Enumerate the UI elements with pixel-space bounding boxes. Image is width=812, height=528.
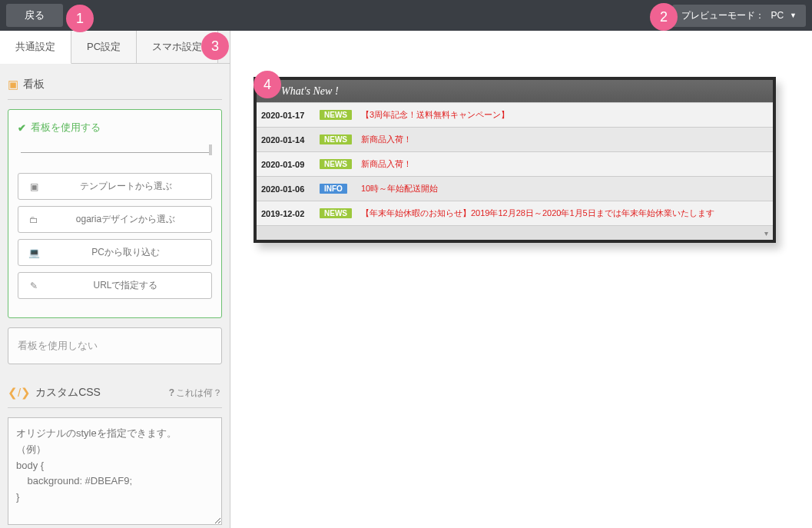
customcss-help[interactable]: ? これは何？ xyxy=(169,387,222,400)
news-row[interactable]: 2020-01-17NEWS【3周年記念！送料無料キャンペーン】 xyxy=(257,103,773,128)
option-pc-import-label: PCから取り込む xyxy=(49,246,202,259)
news-badge-cell: NEWS xyxy=(315,103,356,128)
signboard-title-text: 看板 xyxy=(23,78,45,91)
news-title: 新商品入荷！ xyxy=(356,128,773,152)
customcss-title: カスタムCSS xyxy=(35,386,101,400)
preview-header-text: What's New ! xyxy=(281,85,339,98)
signboard-nouse-panel[interactable]: 看板を使用しない xyxy=(8,327,222,364)
signboard-section: ▣ 看板 ✔ 看板を使用する ▣ テンプレートから選ぶ 🗀 ogariaデザイン… xyxy=(0,64,230,372)
sidebar: 共通設定 PC設定 スマホ設定 ▣ 看板 ✔ 看板を使用する ▣ テンプレートか… xyxy=(0,31,230,528)
scroll-hint: ▾ xyxy=(257,226,773,240)
annotation-2: 2 xyxy=(650,3,678,31)
question-icon: ? xyxy=(169,387,174,398)
customcss-title-row: ❮/❯ カスタムCSS ? これは何？ xyxy=(8,381,222,408)
news-title: 【3周年記念！送料無料キャンペーン】 xyxy=(356,103,773,128)
news-table: 2020-01-17NEWS【3周年記念！送料無料キャンペーン】2020-01-… xyxy=(257,102,773,226)
news-badge: NEWS xyxy=(320,134,352,144)
news-date: 2020-01-17 xyxy=(257,103,315,128)
news-row[interactable]: 2020-01-06INFO10時～年始配送開始 xyxy=(257,177,773,201)
news-row[interactable]: 2019-12-02NEWS【年末年始休暇のお知らせ】2019年12月28日～2… xyxy=(257,201,773,226)
news-badge: NEWS xyxy=(320,208,352,218)
folder-icon: 🗀 xyxy=(28,214,40,225)
pencil-icon: ✎ xyxy=(28,281,40,291)
news-badge: NEWS xyxy=(320,110,352,120)
signboard-use-panel: ✔ 看板を使用する ▣ テンプレートから選ぶ 🗀 ogariaデザインから選ぶ … xyxy=(8,109,222,318)
news-date: 2019-12-02 xyxy=(257,201,315,226)
news-date: 2020-01-09 xyxy=(257,152,315,177)
topbar: 戻る プレビューモード： PC ▼ xyxy=(0,0,812,31)
caret-down-icon: ▼ xyxy=(790,12,797,19)
news-badge-cell: NEWS xyxy=(315,201,356,226)
preview-mode-label: プレビューモード： xyxy=(681,9,764,22)
signboard-use-label: 看板を使用する xyxy=(31,121,101,134)
annotation-3: 3 xyxy=(201,32,229,60)
check-icon: ✔ xyxy=(18,122,26,134)
code-icon: ❮/❯ xyxy=(8,386,31,400)
customcss-help-label: これは何？ xyxy=(176,387,222,400)
preview-header: ✎ What's New ! xyxy=(257,80,773,102)
news-badge: INFO xyxy=(320,184,347,194)
news-title: 新商品入荷！ xyxy=(356,152,773,177)
news-row[interactable]: 2020-01-14NEWS新商品入荷！ xyxy=(257,128,773,152)
news-badge-cell: NEWS xyxy=(315,128,356,152)
option-ogaria[interactable]: 🗀 ogariaデザインから選ぶ xyxy=(18,206,212,233)
preview-mode-select[interactable]: プレビューモード： PC ▼ xyxy=(672,5,806,27)
image-icon: ▣ xyxy=(28,181,40,192)
tab-pc[interactable]: PC設定 xyxy=(71,31,137,63)
option-template-label: テンプレートから選ぶ xyxy=(49,180,202,193)
back-button[interactable]: 戻る xyxy=(6,4,63,27)
option-template[interactable]: ▣ テンプレートから選ぶ xyxy=(18,173,212,200)
preview-mode-value: PC xyxy=(771,10,784,21)
tab-common[interactable]: 共通設定 xyxy=(0,31,71,64)
news-badge: NEWS xyxy=(320,159,352,169)
option-pc-import[interactable]: 💻 PCから取り込む xyxy=(18,239,212,266)
content: 共通設定 PC設定 スマホ設定 ▣ 看板 ✔ 看板を使用する ▣ テンプレートか… xyxy=(0,31,812,528)
signboard-title: ▣ 看板 xyxy=(8,73,222,100)
news-badge-cell: INFO xyxy=(315,177,356,201)
annotation-4: 4 xyxy=(254,71,281,98)
news-row[interactable]: 2020-01-09NEWS新商品入荷！ xyxy=(257,152,773,177)
option-url-label: URLで指定する xyxy=(49,279,202,292)
option-ogaria-label: ogariaデザインから選ぶ xyxy=(49,213,202,226)
news-date: 2020-01-14 xyxy=(257,128,315,152)
customcss-textarea[interactable] xyxy=(8,417,222,525)
customcss-section: ❮/❯ カスタムCSS ? これは何？ xyxy=(0,372,230,528)
main-preview-area: ✎ What's New ! 2020-01-17NEWS【3周年記念！送料無料… xyxy=(230,31,812,528)
news-title: 【年末年始休暇のお知らせ】2019年12月28日～2020年1月5日までは年末年… xyxy=(356,201,773,226)
preview-box: ✎ What's New ! 2020-01-17NEWS【3周年記念！送料無料… xyxy=(254,77,776,243)
signboard-thumb-strip[interactable] xyxy=(21,142,209,153)
news-badge-cell: NEWS xyxy=(315,152,356,177)
news-title: 10時～年始配送開始 xyxy=(356,177,773,201)
signboard-use-header[interactable]: ✔ 看板を使用する xyxy=(18,121,212,134)
annotation-1: 1 xyxy=(66,5,94,32)
settings-tabs: 共通設定 PC設定 スマホ設定 xyxy=(0,31,230,64)
image-icon: ▣ xyxy=(8,78,18,91)
laptop-icon: 💻 xyxy=(28,247,40,258)
option-url[interactable]: ✎ URLで指定する xyxy=(18,272,212,299)
news-date: 2020-01-06 xyxy=(257,177,315,201)
